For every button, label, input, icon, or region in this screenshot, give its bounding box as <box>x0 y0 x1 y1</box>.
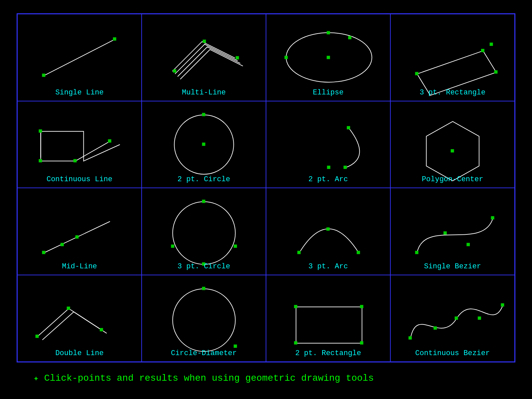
label-polygon-center: Polygon-Center <box>422 175 483 184</box>
main-container: Single Line Multi-Line <box>0 0 532 390</box>
svg-rect-56 <box>294 305 297 308</box>
label-ellipse: Ellipse <box>313 88 343 97</box>
cell-multi-line: Multi-Line <box>142 14 266 101</box>
label-multi-line: Multi-Line <box>182 88 226 97</box>
svg-rect-44 <box>357 251 360 254</box>
cell-2pt-circle: 2 pt. Circle <box>142 101 266 188</box>
svg-rect-31 <box>451 149 454 152</box>
cell-2pt-arc: 2 pt. Arc <box>266 101 390 188</box>
svg-rect-1 <box>42 73 45 77</box>
svg-rect-10 <box>348 36 351 39</box>
label-2pt-rectangle: 2 pt. Rectangle <box>295 349 361 357</box>
svg-rect-50 <box>67 307 70 310</box>
footer: ✦ Click-points and results when using ge… <box>17 362 515 384</box>
label-mid-line: Mid-Line <box>62 262 97 271</box>
cell-ellipse: Ellipse <box>266 14 390 101</box>
svg-rect-3 <box>173 69 176 72</box>
svg-rect-42 <box>297 251 301 254</box>
cell-3pt-rectangle: 3 pt. Rectangle <box>390 14 515 101</box>
cell-circle-diameter: Circle-Diameter <box>142 275 266 362</box>
label-continuous-bezier: Continuous Bezier <box>415 349 490 357</box>
svg-line-0 <box>44 39 115 75</box>
svg-rect-43 <box>327 227 330 231</box>
svg-rect-61 <box>455 316 458 320</box>
svg-rect-64 <box>478 316 481 320</box>
svg-rect-57 <box>360 305 363 308</box>
svg-rect-14 <box>481 49 484 52</box>
svg-rect-26 <box>202 113 205 116</box>
svg-rect-13 <box>415 72 418 75</box>
svg-rect-22 <box>73 159 77 162</box>
cell-3pt-circle: 3 pt. Circle <box>142 188 266 275</box>
svg-point-37 <box>173 201 235 264</box>
label-circle-diameter: Circle-Diameter <box>171 349 237 357</box>
label-2pt-circle: 2 pt. Circle <box>178 175 230 184</box>
svg-rect-15 <box>494 70 497 73</box>
svg-rect-23 <box>108 139 111 142</box>
svg-rect-7 <box>285 56 288 59</box>
svg-rect-8 <box>327 31 330 34</box>
label-single-line: Single Line <box>55 88 103 97</box>
label-3pt-rectangle: 3 pt. Rectangle <box>420 88 485 97</box>
svg-rect-46 <box>491 216 494 219</box>
label-3pt-circle: 3 pt. Circle <box>178 262 230 271</box>
svg-rect-36 <box>61 243 64 246</box>
cell-single-line: Single Line <box>17 14 142 101</box>
footer-dot-icon: ✦ <box>33 372 39 384</box>
svg-rect-47 <box>444 231 447 235</box>
svg-rect-38 <box>202 200 205 203</box>
svg-rect-34 <box>75 235 79 239</box>
cell-double-line: Double Line <box>17 275 142 362</box>
svg-rect-21 <box>39 159 42 162</box>
svg-rect-53 <box>202 287 205 290</box>
svg-rect-40 <box>234 244 237 248</box>
cell-3pt-arc: 3 pt. Arc <box>266 188 390 275</box>
svg-rect-27 <box>347 126 350 129</box>
svg-rect-59 <box>360 341 363 344</box>
svg-rect-4 <box>203 40 206 43</box>
svg-rect-2 <box>113 37 116 41</box>
cell-mid-line: Mid-Line <box>17 188 142 275</box>
cell-polygon-center: Polygon-Center <box>390 101 515 188</box>
cell-continuous-line: Continuous Line <box>17 101 142 188</box>
svg-rect-20 <box>39 129 42 133</box>
svg-point-52 <box>173 289 235 351</box>
svg-rect-63 <box>434 326 437 330</box>
svg-rect-28 <box>343 166 347 169</box>
cell-single-bezier: Single Bezier <box>390 188 515 275</box>
cell-2pt-rectangle: 2 pt. Rectangle <box>266 275 390 362</box>
svg-rect-45 <box>415 251 418 254</box>
svg-rect-29 <box>327 166 331 169</box>
svg-rect-60 <box>409 336 412 339</box>
label-3pt-arc: 3 pt. Arc <box>309 262 348 271</box>
svg-rect-58 <box>294 341 297 344</box>
svg-rect-16 <box>490 43 493 46</box>
svg-rect-25 <box>202 142 205 146</box>
svg-rect-33 <box>42 251 45 254</box>
svg-rect-49 <box>36 334 39 338</box>
svg-rect-11 <box>327 56 330 59</box>
svg-rect-54 <box>234 344 237 348</box>
label-2pt-arc: 2 pt. Arc <box>309 175 348 184</box>
svg-rect-48 <box>466 243 470 246</box>
label-continuous-line: Continuous Line <box>47 175 112 184</box>
shape-grid: Single Line Multi-Line <box>17 13 515 362</box>
svg-rect-5 <box>236 56 239 60</box>
cell-continuous-bezier: Continuous Bezier <box>390 275 515 362</box>
svg-rect-39 <box>171 244 174 248</box>
svg-rect-55 <box>296 307 362 343</box>
footer-text: Click-points and results when using geom… <box>44 373 374 383</box>
svg-rect-62 <box>501 303 504 307</box>
label-single-bezier: Single Bezier <box>424 262 481 271</box>
svg-rect-51 <box>100 328 103 331</box>
label-double-line: Double Line <box>55 349 103 357</box>
